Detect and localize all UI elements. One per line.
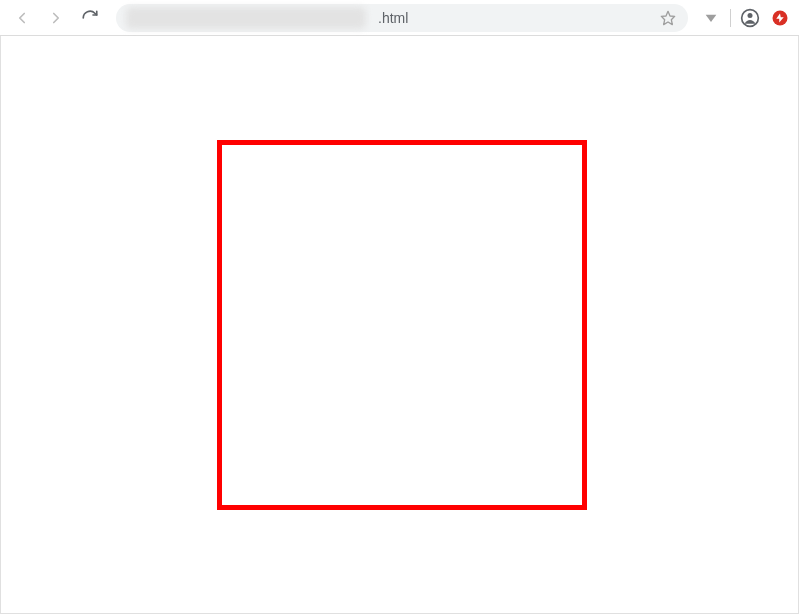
blurred-url-segment [126, 7, 366, 29]
page-content [0, 36, 799, 614]
red-outlined-box [217, 140, 587, 510]
toolbar-right-icons [700, 7, 791, 29]
arrow-left-icon [11, 7, 33, 29]
reload-button[interactable] [76, 4, 104, 32]
svg-point-3 [748, 13, 753, 18]
svg-marker-1 [706, 14, 717, 21]
account-icon[interactable] [739, 7, 761, 29]
extension-triangle-icon[interactable] [700, 7, 722, 29]
update-badge-icon[interactable] [769, 7, 791, 29]
arrow-right-icon [45, 7, 67, 29]
url-visible-text: .html [378, 10, 408, 26]
address-bar[interactable]: .html [116, 4, 688, 32]
toolbar-divider [730, 9, 731, 27]
reload-icon [79, 7, 101, 29]
forward-button[interactable] [42, 4, 70, 32]
svg-marker-0 [661, 11, 674, 24]
browser-toolbar: .html [0, 0, 799, 36]
bookmark-star-icon[interactable] [660, 10, 676, 26]
back-button[interactable] [8, 4, 36, 32]
